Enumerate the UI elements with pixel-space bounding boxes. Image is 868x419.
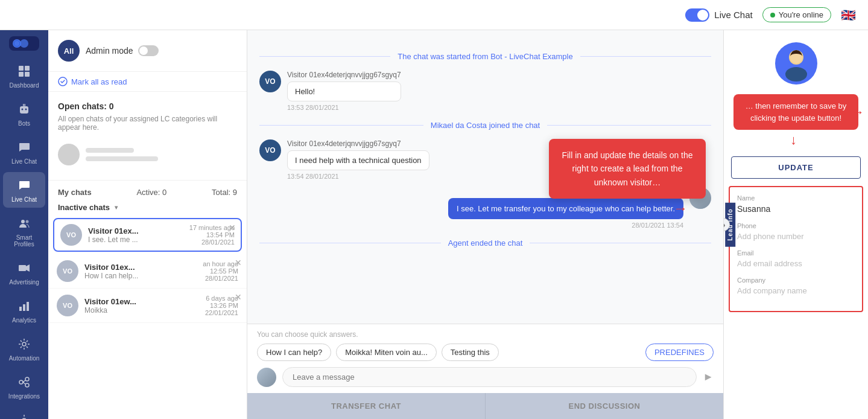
sidebar-item-label: Dashboard (10, 82, 39, 89)
open-chats-title: Open chats: 0 (58, 101, 237, 111)
sidebar-item-analytics[interactable]: Analytics (3, 293, 45, 328)
lead-field-label: Name (737, 194, 855, 202)
chat-item-name: Visitor 01ew... (84, 297, 199, 306)
message-bubble: I need help with a technical question (287, 150, 429, 170)
chat-item-time2: 12:55 PM (203, 267, 238, 275)
action-buttons-row: TRANSFER CHAT END DISCUSSION (247, 393, 723, 419)
svg-point-22 (25, 383, 29, 387)
predefines-btn[interactable]: PREDEFINES (645, 344, 714, 361)
active-count: Active: 0 (136, 188, 166, 197)
lead-field-company: Company Add company name (737, 277, 855, 295)
agent-message-row: Mikael da Costa I see. Let me transfer y… (259, 187, 711, 229)
send-button[interactable]: ► (703, 371, 714, 383)
sidebar-item-label: Live Chat (11, 158, 37, 165)
lead-field-value[interactable]: Susanna (737, 204, 855, 214)
system-line (547, 125, 711, 126)
svg-marker-15 (26, 264, 30, 272)
chat-close-icon[interactable]: ✕ (235, 258, 242, 267)
chat-close-icon[interactable]: ✕ (229, 223, 236, 232)
svg-rect-4 (25, 66, 30, 71)
message-time: 28/01/2021 13:54 (448, 222, 683, 229)
agent-name: Mikael da Costa (448, 187, 683, 196)
online-status-badge[interactable]: You're online (762, 7, 831, 22)
language-flag[interactable]: 🇬🇧 (841, 8, 856, 22)
quick-answer-btn-2[interactable]: Moikka! Miten voin au... (336, 344, 437, 361)
lead-field-placeholder[interactable]: Add email address (737, 259, 855, 268)
system-text: The chat was started from Bot - LiveChat… (398, 52, 572, 61)
topbar-livechat-toggle[interactable]: Live Chat (685, 8, 752, 22)
update-button[interactable]: UPDATE (731, 156, 861, 179)
my-chats-label: My chats (58, 188, 92, 197)
svg-rect-17 (23, 304, 25, 311)
system-line (259, 125, 423, 126)
right-panel: Lead info ❯ … then remember to save by c… (723, 30, 868, 419)
lead-field-placeholder[interactable]: Add company name (737, 286, 855, 295)
chat-list-item[interactable]: VO Visitor 01ex... I see. Let me ... 17 … (53, 218, 242, 252)
integrations-icon (16, 374, 33, 391)
quick-answer-btn-1[interactable]: How I can help? (257, 344, 331, 361)
svg-rect-14 (19, 265, 26, 271)
message-time: 13:53 28/01/2021 (287, 104, 401, 111)
visitor-message-content: Visitor 01ex4deterjqnvvjjgg67sgyq7 Hello… (287, 71, 401, 111)
sidebar-item-label: Automation (9, 355, 40, 362)
sidebar-item-label: Integrations (8, 393, 40, 400)
icon-sidebar: Dashboard Bots Live Chat (0, 30, 48, 419)
advertising-icon (16, 260, 33, 277)
sidebar-item-settings[interactable]: Settings (3, 407, 45, 419)
livechat-toggle[interactable] (685, 8, 709, 22)
admin-mode-row: Admin mode (86, 45, 237, 56)
system-line (580, 56, 711, 57)
agent-avatar (689, 187, 711, 209)
livechat-nav-icon (16, 139, 33, 156)
chat-item-preview: How I can help... (84, 272, 197, 280)
chat-item-time: an hour ago (203, 260, 238, 267)
chat-item-info: Visitor 01ew... Moikka (84, 297, 199, 315)
visitor-avatar: VO (259, 139, 281, 161)
svg-rect-5 (19, 72, 24, 77)
transfer-chat-button[interactable]: TRANSFER CHAT (247, 393, 485, 419)
total-count: Total: 9 (212, 188, 237, 197)
mark-all-read-btn[interactable]: Mark all as read (48, 72, 247, 92)
visitor-avatar: VO (259, 71, 281, 92)
sidebar-item-dashboard[interactable]: Dashboard (3, 58, 45, 94)
visitor-name: Visitor 01ex4deterjqnvvjjgg67sgyq7 (287, 71, 401, 79)
chat-item-time: 6 days ago (205, 295, 238, 302)
chat-list-item[interactable]: VO Visitor 01ex... How I can help... an … (48, 254, 247, 289)
chat-list-header: All Admin mode (48, 30, 247, 72)
svg-point-12 (21, 220, 25, 223)
lead-field-placeholder[interactable]: Add phone number (737, 232, 855, 241)
message-input[interactable] (282, 367, 697, 387)
avatar: VO (60, 224, 82, 246)
quick-answer-btn-3[interactable]: Testing this (442, 344, 499, 361)
end-discussion-button[interactable]: END DISCUSSION (485, 393, 723, 419)
chat-item-name: Visitor 01ex... (84, 263, 197, 272)
system-line (259, 56, 390, 57)
chat-input-area: You can choose quick answers. How I can … (247, 324, 723, 393)
tooltip-right-arrow: → (851, 104, 864, 120)
admin-mode-toggle[interactable] (138, 45, 159, 56)
logo (9, 36, 39, 51)
sidebar-item-integrations[interactable]: Integrations (3, 369, 45, 405)
chat-close-icon[interactable]: ✕ (235, 292, 242, 302)
bots-icon (16, 101, 33, 118)
mark-all-read-label: Mark all as read (71, 77, 127, 86)
sidebar-item-livechat-nav[interactable]: Live Chat (3, 134, 45, 170)
chat-item-preview: Moikka (84, 306, 199, 315)
settings-icon (16, 412, 33, 419)
analytics-icon (16, 298, 33, 315)
sidebar-item-smart-profiles[interactable]: Smart Profiles (3, 210, 45, 252)
sidebar-item-bots[interactable]: Bots (3, 96, 45, 132)
svg-point-13 (26, 220, 29, 223)
inactive-chats-chevron[interactable]: ▾ (115, 204, 118, 211)
chat-list-item[interactable]: VO Visitor 01ew... Moikka 6 days ago 13:… (48, 289, 247, 323)
my-chats-header: My chats Active: 0 Total: 9 (48, 181, 247, 199)
svg-point-9 (25, 109, 27, 110)
sidebar-item-livechat-active[interactable]: Live Chat (3, 172, 45, 208)
svg-rect-6 (25, 72, 30, 77)
topbar: Live Chat You're online 🇬🇧 (0, 0, 868, 30)
sidebar-item-advertising[interactable]: Advertising (3, 255, 45, 290)
online-label: You're online (779, 10, 823, 19)
all-filter-badge[interactable]: All (58, 40, 80, 62)
chat-list-panel: All Admin mode Mark all as read Open cha… (48, 30, 247, 419)
sidebar-item-automation[interactable]: Automation (3, 331, 45, 366)
